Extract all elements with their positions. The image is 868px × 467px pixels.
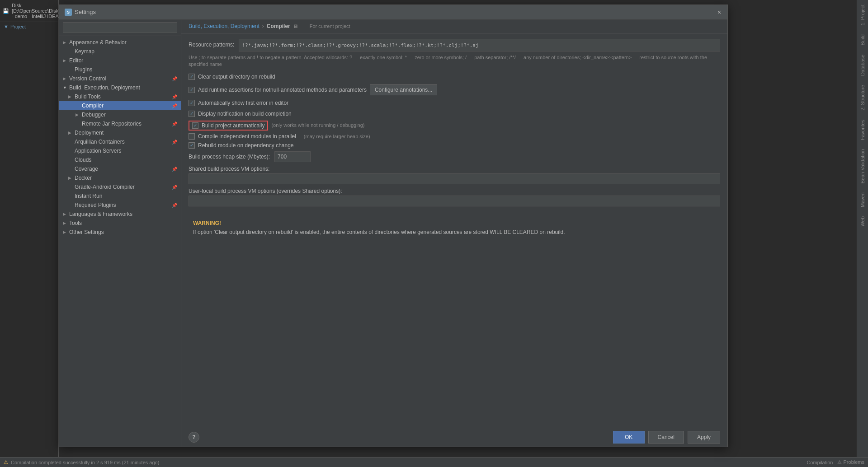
heap-size-input[interactable] <box>274 151 311 162</box>
for-current-project-label: For current project <box>310 23 350 29</box>
warning-triangle-icon: ⚠ <box>4 459 8 465</box>
tree-nav: ▶ Appearance & Behavior ▶ Keymap ▶ Edito… <box>59 36 181 447</box>
dialog-body: 🔍 ▶ Appearance & Behavior ▶ Keymap <box>59 19 727 447</box>
clear-output-label: Clear output directory on rebuild <box>198 74 275 80</box>
heap-size-label: Build process heap size (Mbytes): <box>189 154 270 160</box>
sidebar-item-instant-run[interactable]: ▶ Instant Run <box>59 191 181 201</box>
sidebar-item-compiler[interactable]: ▶ Compiler 📌 <box>59 101 181 110</box>
sidebar-label-required-plugins: Required Plugins <box>75 202 116 208</box>
side-tab-bean-validation[interactable]: Bean Validation <box>858 145 867 188</box>
sidebar-item-application-servers[interactable]: ▶ Application Servers <box>59 146 181 155</box>
expand-arrow-deployment: ▶ <box>68 131 75 135</box>
expand-arrow-vc: ▶ <box>63 76 69 81</box>
sidebar-label-keymap: Keymap <box>75 48 94 55</box>
sidebar-item-clouds[interactable]: ▶ Clouds <box>59 155 181 164</box>
sidebar-item-debugger[interactable]: ▶ Debugger <box>59 110 181 119</box>
heap-size-row: Build process heap size (Mbytes): <box>189 151 720 162</box>
resource-patterns-input[interactable] <box>239 39 720 51</box>
add-runtime-row: Add runtime assertions for notnull-annot… <box>189 84 720 96</box>
sidebar-item-arquillian[interactable]: ▶ Arquillian Containers 📌 <box>59 137 181 146</box>
sidebar-item-gradle-android[interactable]: ▶ Gradle-Android Compiler 📌 <box>59 182 181 191</box>
compile-parallel-checkbox[interactable] <box>189 133 195 140</box>
compilation-tab-label[interactable]: Compilation <box>807 460 833 465</box>
expand-arrow-build-tools: ▶ <box>68 94 75 99</box>
search-box: 🔍 <box>59 19 181 36</box>
display-notification-checkbox[interactable] <box>189 111 195 117</box>
sidebar-item-deployment[interactable]: ▶ Deployment <box>59 128 181 137</box>
apply-button[interactable]: Apply <box>688 431 720 444</box>
disk-icon: 💾 <box>3 8 9 14</box>
sidebar-label-docker: Docker <box>75 175 92 181</box>
build-automatically-label: Build project automatically <box>202 122 264 129</box>
status-bar: ⚠ Compilation completed successfully in … <box>0 457 868 467</box>
ok-button[interactable]: OK <box>613 431 645 444</box>
sidebar-label-languages: Languages & Frameworks <box>69 211 132 217</box>
expand-arrow-docker: ▶ <box>68 176 75 180</box>
side-tab-maven[interactable]: Maven <box>858 188 867 212</box>
breadcrumb-parent[interactable]: Build, Execution, Deployment <box>189 23 259 29</box>
add-runtime-checkbox[interactable] <box>189 87 195 93</box>
clear-output-row: Clear output directory on rebuild <box>189 73 720 81</box>
help-button[interactable]: ? <box>189 432 199 443</box>
build-automatically-checkbox[interactable] <box>192 122 198 129</box>
sidebar-item-docker[interactable]: ▶ Docker <box>59 173 181 182</box>
pin-icon-arquillian: 📌 <box>172 140 177 145</box>
side-tab-favorites[interactable]: Favorites <box>858 115 867 145</box>
configure-annotations-button[interactable]: Configure annotations... <box>370 84 437 95</box>
side-tab-build[interactable]: Build <box>858 30 867 50</box>
sidebar-item-required-plugins[interactable]: ▶ Required Plugins 📌 <box>59 201 181 210</box>
display-notification-label: Display notification on build completion <box>198 111 292 117</box>
sidebar-item-appearance-behavior[interactable]: ▶ Appearance & Behavior <box>59 38 181 47</box>
sidebar-label-instant-run: Instant Run <box>75 193 102 199</box>
expand-arrow-appearance: ▶ <box>63 40 69 45</box>
pin-icon-gradle: 📌 <box>172 185 177 190</box>
cancel-button[interactable]: Cancel <box>648 431 684 444</box>
search-input[interactable] <box>63 22 177 33</box>
sidebar-item-remote-jar[interactable]: ▶ Remote Jar Repositories 📌 <box>59 119 181 128</box>
side-tab-database[interactable]: Database <box>858 50 867 80</box>
sidebar-item-keymap[interactable]: ▶ Keymap <box>59 47 181 56</box>
sidebar-item-plugins[interactable]: ▶ Plugins <box>59 65 181 74</box>
monitor-icon: 🖥 <box>293 23 298 29</box>
sidebar-item-tools[interactable]: ▶ Tools <box>59 219 181 228</box>
problems-tab-label[interactable]: ⚠ Problems <box>837 459 864 465</box>
compile-parallel-row: Compile independent modules in parallel … <box>189 133 720 140</box>
expand-arrow-other: ▶ <box>63 230 69 234</box>
warning-text: If option 'Clear output directory on reb… <box>193 228 716 236</box>
ide-side-tabs: 1: Project Build Database 2: Structure F… <box>857 0 868 457</box>
sidebar-label-app-servers: Application Servers <box>75 148 121 154</box>
dialog-close-button[interactable]: × <box>715 8 724 17</box>
resource-patterns-label: Resource patterns: <box>189 42 234 48</box>
shared-vm-input[interactable] <box>189 173 720 184</box>
side-tab-web[interactable]: Web <box>858 212 867 231</box>
settings-dialog: S Settings × 🔍 ▶ Appearance & Behavior <box>59 5 728 447</box>
sidebar-item-editor[interactable]: ▶ Editor <box>59 56 181 65</box>
pin-icon-remote-jar: 📌 <box>172 121 177 126</box>
user-vm-input[interactable] <box>189 196 720 206</box>
rebuild-dependency-checkbox[interactable] <box>189 142 195 149</box>
side-tab-structure[interactable]: 2: Structure <box>858 80 867 115</box>
add-runtime-label: Add runtime assertions for notnull-annot… <box>198 87 367 93</box>
auto-show-error-checkbox[interactable] <box>189 100 195 106</box>
sidebar-label-editor: Editor <box>69 57 83 64</box>
sidebar-item-languages[interactable]: ▶ Languages & Frameworks <box>59 210 181 219</box>
expand-arrow-editor: ▶ <box>63 58 69 63</box>
sidebar-item-other-settings[interactable]: ▶ Other Settings <box>59 228 181 237</box>
auto-show-error-label: Automatically show first error in editor <box>198 100 288 106</box>
status-text: Compilation completed successfully in 2 … <box>11 460 159 465</box>
project-item[interactable]: ▼ Project <box>0 22 58 31</box>
ide-left-panel: 💾 Disk [D:\OpenSource\Disk] - demo - Int… <box>0 0 59 457</box>
auto-show-error-row: Automatically show first error in editor <box>189 99 720 107</box>
clear-output-checkbox[interactable] <box>189 74 195 80</box>
side-tab-project[interactable]: 1: Project <box>858 0 867 30</box>
sidebar-item-coverage[interactable]: ▶ Coverage 📌 <box>59 164 181 173</box>
sidebar-item-version-control[interactable]: ▶ Version Control 📌 <box>59 74 181 83</box>
sidebar-item-build-tools[interactable]: ▶ Build Tools 📌 <box>59 92 181 101</box>
sidebar-label-other: Other Settings <box>69 229 104 235</box>
expand-arrow-tools: ▶ <box>63 221 69 225</box>
sidebar-label-clouds: Clouds <box>75 157 91 163</box>
rebuild-dependency-label: Rebuild module on dependency change <box>198 142 294 149</box>
sidebar-label-remote-jar: Remote Jar Repositories <box>82 121 142 127</box>
sidebar-item-build-execution[interactable]: ▼ Build, Execution, Deployment <box>59 83 181 92</box>
expand-arrow-debugger: ▶ <box>75 112 82 117</box>
